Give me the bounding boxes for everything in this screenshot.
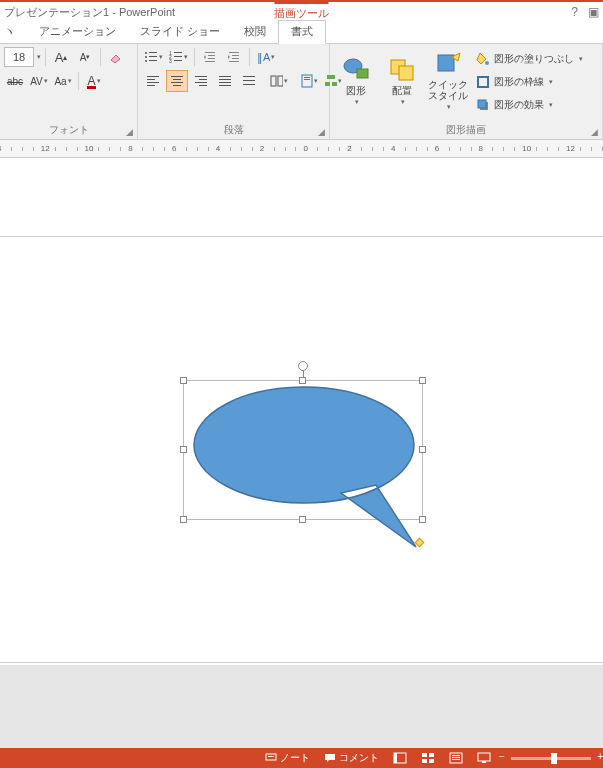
normal-view-button[interactable]: [393, 752, 407, 764]
svg-point-53: [485, 61, 489, 65]
notes-button[interactable]: ノート: [265, 751, 310, 765]
svg-rect-64: [429, 759, 434, 763]
slide-sorter-view-button[interactable]: [421, 752, 435, 764]
svg-rect-68: [452, 759, 460, 760]
svg-rect-61: [422, 753, 427, 757]
help-button[interactable]: ?: [571, 5, 578, 19]
svg-rect-17: [232, 55, 239, 56]
comments-button[interactable]: コメント: [324, 751, 379, 765]
arrange-button[interactable]: 配置 ▾: [380, 46, 424, 116]
drawing-dialog-launcher[interactable]: ◢: [591, 127, 598, 137]
svg-rect-19: [229, 61, 239, 62]
group-drawing-label: 図形描画: [446, 124, 486, 135]
svg-rect-21: [147, 76, 159, 77]
align-left-icon: [146, 74, 160, 88]
contextual-tab-group: 描画ツール: [274, 0, 329, 22]
svg-rect-37: [243, 76, 255, 77]
svg-rect-16: [229, 52, 239, 53]
tab-review[interactable]: 校閲: [232, 21, 278, 43]
shapes-button[interactable]: 図形 ▾: [334, 46, 378, 116]
group-paragraph: ▾ 123▾ ‖A▾ ▾ ▾ ▾ 段落◢: [138, 44, 330, 139]
justify-button[interactable]: [214, 70, 236, 92]
fill-icon: [476, 52, 490, 66]
svg-rect-42: [302, 75, 312, 87]
shape-fill-button[interactable]: 図形の塗りつぶし▾: [472, 48, 587, 70]
window-title: プレゼンテーション1 - PowerPoint: [4, 5, 175, 20]
svg-rect-24: [147, 85, 155, 86]
svg-rect-18: [232, 58, 239, 59]
svg-rect-40: [271, 76, 276, 86]
horizontal-ruler[interactable]: /* ticks drawn below via JS */ 412108642…: [0, 140, 603, 158]
svg-rect-29: [195, 76, 207, 77]
ribbon-tabs: ヽ アニメーション スライド ショー 校閲 表示 書式: [0, 22, 603, 44]
svg-rect-23: [147, 82, 159, 83]
outline-icon: [476, 75, 490, 89]
svg-rect-7: [174, 52, 182, 53]
reading-view-button[interactable]: [449, 752, 463, 764]
columns-button[interactable]: ▾: [268, 70, 290, 92]
svg-rect-51: [399, 66, 413, 80]
paragraph-dialog-launcher[interactable]: ◢: [318, 127, 325, 137]
tab-partial[interactable]: ヽ: [0, 21, 27, 43]
quick-styles-button[interactable]: クイック スタイル ▾: [426, 46, 470, 116]
svg-rect-66: [452, 755, 460, 756]
ribbon: 18 ▾ A▴ A▾ abc AV▾ Aa▾ A ▾ フ: [0, 44, 603, 140]
character-spacing-button[interactable]: AV▾: [28, 70, 50, 92]
svg-rect-54: [478, 77, 488, 87]
increase-indent-button[interactable]: [223, 46, 245, 68]
tab-animation[interactable]: アニメーション: [27, 21, 128, 43]
numbering-icon: 123: [169, 50, 183, 64]
font-dialog-launcher[interactable]: ◢: [126, 127, 133, 137]
svg-rect-60: [394, 753, 397, 763]
group-font: 18 ▾ A▴ A▾ abc AV▾ Aa▾ A ▾ フ: [0, 44, 138, 139]
svg-rect-63: [422, 759, 427, 763]
ribbon-display-options[interactable]: ▣: [588, 5, 599, 19]
distribute-icon: [242, 74, 256, 88]
svg-rect-49: [357, 69, 368, 78]
align-center-button[interactable]: [166, 70, 188, 92]
columns-icon: [270, 74, 283, 88]
decrease-indent-button[interactable]: [199, 46, 221, 68]
effects-icon: [476, 98, 490, 112]
svg-rect-34: [219, 79, 231, 80]
distribute-button[interactable]: [238, 70, 260, 92]
slide-boundary-bottom: [0, 662, 603, 663]
svg-rect-33: [219, 76, 231, 77]
svg-rect-44: [304, 79, 310, 80]
valign-icon: [300, 74, 313, 88]
shape-effects-button[interactable]: 図形の効果▾: [472, 94, 587, 116]
rotation-handle[interactable]: [298, 361, 308, 371]
shape-outline-button[interactable]: 図形の枠線▾: [472, 71, 587, 93]
clear-formatting-button[interactable]: [105, 46, 127, 68]
decrease-font-button[interactable]: A▾: [74, 46, 96, 68]
align-right-button[interactable]: [190, 70, 212, 92]
tab-format[interactable]: 書式: [278, 20, 326, 44]
slideshow-view-button[interactable]: [477, 752, 491, 764]
zoom-slider[interactable]: [511, 757, 591, 760]
group-paragraph-label: 段落: [224, 124, 244, 135]
text-direction-button[interactable]: ‖A▾: [254, 46, 277, 68]
zoom-thumb[interactable]: [551, 753, 557, 764]
strikethrough-button[interactable]: abc: [4, 70, 26, 92]
bullets-button[interactable]: ▾: [142, 46, 165, 68]
titlebar: プレゼンテーション1 - PowerPoint 描画ツール ? ▣: [0, 0, 603, 22]
svg-rect-52: [438, 55, 454, 71]
arrange-icon: [388, 57, 416, 83]
callout-shape[interactable]: [176, 375, 436, 555]
svg-rect-62: [429, 753, 434, 757]
shape-selection-frame[interactable]: [183, 380, 423, 520]
numbering-button[interactable]: 123▾: [167, 46, 190, 68]
change-case-button[interactable]: Aa▾: [52, 70, 74, 92]
tab-slideshow[interactable]: スライド ショー: [128, 21, 232, 43]
align-left-button[interactable]: [142, 70, 164, 92]
font-size-input[interactable]: 18: [4, 47, 34, 67]
font-color-button[interactable]: A ▾: [83, 70, 105, 92]
increase-font-button[interactable]: A▴: [50, 46, 72, 68]
slide-canvas[interactable]: [0, 158, 603, 726]
svg-rect-15: [205, 61, 215, 62]
svg-rect-30: [199, 79, 207, 80]
align-text-button[interactable]: ▾: [298, 70, 320, 92]
svg-rect-3: [149, 56, 157, 57]
svg-text:‖A: ‖A: [257, 51, 270, 64]
font-size-dropdown[interactable]: ▾: [37, 53, 41, 61]
